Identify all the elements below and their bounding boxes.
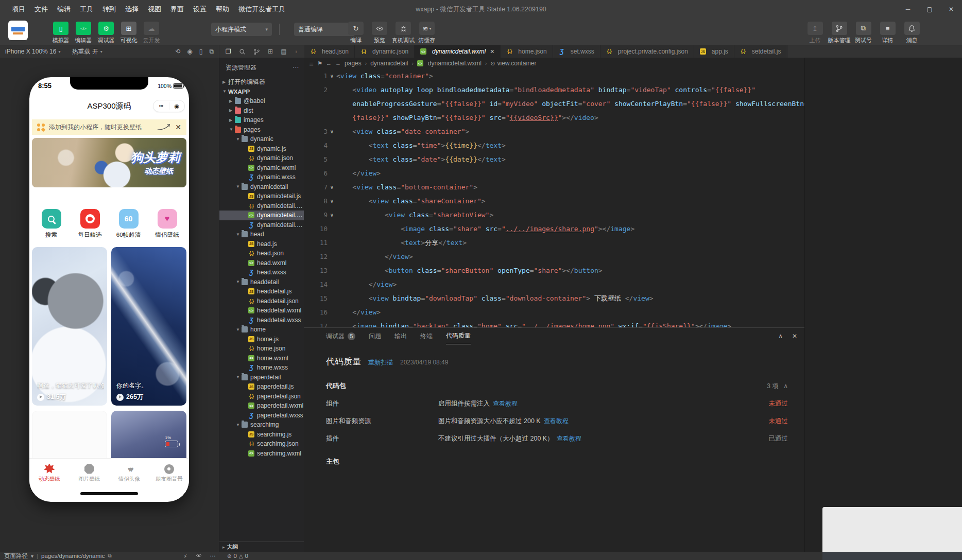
mode-select[interactable]: 小程序模式▾ <box>211 23 272 36</box>
breadcrumb-item[interactable]: <>dynamicdetail.wxml <box>417 60 482 67</box>
hero-banner[interactable]: 狗头萝莉 动态壁纸 <box>32 138 186 187</box>
file-tree-item[interactable]: JShead.js <box>219 239 304 249</box>
debugger-button[interactable]: ⚙调试器 <box>95 22 117 44</box>
extensions-icon[interactable]: ⊞ <box>268 48 273 55</box>
panel-tab[interactable]: 代码质量 <box>446 328 471 344</box>
file-tree-item[interactable]: JSdynamic.js <box>219 144 304 154</box>
file-tree-item[interactable]: <>paperdetail.wxml <box>219 401 304 411</box>
close-button[interactable]: ✕ <box>940 0 962 19</box>
add-to-miniprogram-banner[interactable]: 添加到我的小程序，随时更换壁纸 ✕ <box>32 119 186 135</box>
file-tree-item[interactable]: ▶打开的编辑器 <box>219 77 304 87</box>
menu-item[interactable]: 编辑 <box>53 5 75 14</box>
menu-item[interactable]: 微信开发者工具 <box>234 5 290 14</box>
panel-tab[interactable]: 问题 <box>369 328 381 344</box>
bookmark-icon[interactable]: ⚑ <box>317 60 322 67</box>
test-account-button[interactable]: ⧉测试号 <box>851 22 875 44</box>
file-tree-item[interactable]: {..}paperdetail.json <box>219 392 304 401</box>
breadcrumb-item[interactable]: pages <box>345 60 362 67</box>
file-tree-item[interactable]: {..}dynamic.json <box>219 153 304 163</box>
menu-item[interactable]: 文件 <box>30 5 53 14</box>
file-tree-item[interactable]: Ʒdynamicdetail.wxss <box>219 220 304 230</box>
messages-button[interactable]: 消息 <box>900 22 924 44</box>
explorer-files-icon[interactable]: ❐ <box>226 48 231 55</box>
file-tree-item[interactable]: <>dynamicdetail.wxml <box>219 211 304 220</box>
record-icon[interactable]: ◉ <box>187 48 192 55</box>
close-icon[interactable]: ✕ <box>490 48 494 55</box>
file-tree-item[interactable]: {..}home.json <box>219 344 304 354</box>
panel-tab[interactable]: 调试器5 <box>326 328 355 344</box>
editor-tab[interactable]: {..}dynamic.json <box>355 45 415 58</box>
file-tree-item[interactable]: Ʒdynamic.wxss <box>219 172 304 182</box>
file-tree-item[interactable]: JSheaddetail.js <box>219 287 304 296</box>
fold-icon[interactable]: ∨ <box>328 198 336 204</box>
menu-item[interactable]: 转到 <box>98 5 121 14</box>
editor-tab[interactable]: {..}project.private.config.json <box>600 45 694 58</box>
clear-cache-button[interactable]: ≋▾清缓存 <box>415 22 439 44</box>
more-icon[interactable]: ••• <box>153 103 169 109</box>
file-tree-item[interactable]: <>dynamic.wxml <box>219 163 304 173</box>
simulator-button[interactable]: ▯模拟器 <box>49 22 72 44</box>
menu-item[interactable]: 界面 <box>166 5 188 14</box>
file-tree-item[interactable]: Ʒheaddetail.wxss <box>219 316 304 325</box>
wallpaper-card[interactable]: 1% <box>111 411 186 458</box>
menu-item[interactable]: 设置 <box>188 5 211 14</box>
quick-entry-couple[interactable]: ♥ 情侣壁纸 <box>151 209 183 242</box>
rescan-link[interactable]: 重新扫描 <box>368 358 393 367</box>
quick-entry-search[interactable]: 搜索 <box>36 209 67 242</box>
exit-icon[interactable]: ◉ <box>169 103 185 110</box>
file-tree-item[interactable]: JSsearchimg.js <box>219 430 304 440</box>
more-icon[interactable]: ⋯ <box>293 64 299 71</box>
menu-item[interactable]: 项目 <box>7 5 30 14</box>
file-tree-item[interactable]: JSdynamicdetail.js <box>219 191 304 201</box>
miniapp-capsule[interactable]: ••• ◉ <box>153 100 185 112</box>
editor-tab[interactable]: <>dynamicdetail.wxml✕ <box>415 45 501 58</box>
tab-couple-avatar[interactable]: ♥♥ 情侣头像 <box>109 459 149 493</box>
file-tree-item[interactable]: <>head.wxml <box>219 258 304 268</box>
detach-window-icon[interactable]: ⧉ <box>209 48 214 55</box>
visual-button[interactable]: ⊞可视化 <box>117 22 140 44</box>
file-tree-item[interactable]: ▶@babel <box>219 96 304 106</box>
rotate-icon[interactable]: ⟲ <box>175 48 180 55</box>
file-tree-item[interactable]: ▼searchimg <box>219 420 304 430</box>
fold-icon[interactable]: ∨ <box>328 212 336 218</box>
file-tree-item[interactable]: Ʒpaperdetail.wxss <box>219 411 304 421</box>
device-select[interactable]: iPhone X 100% 16▾ <box>0 48 60 55</box>
file-tree-item[interactable]: Ʒhead.wxss <box>219 268 304 277</box>
forward-arrow-icon[interactable]: → <box>335 60 341 66</box>
file-tree-item[interactable]: ▼dynamic <box>219 134 304 144</box>
outline-section[interactable]: ▸ 大纲 <box>219 541 304 552</box>
file-tree-item[interactable]: Ʒhome.wxss <box>219 363 304 373</box>
editor-tab[interactable]: JSapp.js <box>694 45 734 58</box>
file-tree-item[interactable]: {..}searchimg.json <box>219 439 304 449</box>
fold-icon[interactable]: ∨ <box>328 73 336 79</box>
file-tree-item[interactable]: ▶images <box>219 115 304 125</box>
file-tree-item[interactable]: {..}headdetail.json <box>219 296 304 306</box>
tutorial-link[interactable]: 查看教程 <box>544 417 569 425</box>
tab-dynamic-wallpaper[interactable]: 动态壁纸 <box>29 459 70 493</box>
eye-icon[interactable] <box>196 552 202 559</box>
panel-close-icon[interactable]: ✕ <box>792 332 797 340</box>
copy-icon[interactable]: ⧉ <box>108 553 111 559</box>
wallpaper-card[interactable] <box>32 411 107 458</box>
tab-image-wallpaper[interactable]: 图片壁纸 <box>70 459 110 493</box>
breadcrumb-item[interactable]: dynamicdetail <box>370 60 408 67</box>
theme-icon[interactable]: ◗ <box>295 48 298 55</box>
panel-tab[interactable]: 终端 <box>420 328 433 344</box>
editor-button[interactable]: </>编辑器 <box>72 22 95 44</box>
file-tree-item[interactable]: JShome.js <box>219 335 304 344</box>
remote-debug-button[interactable]: 真机调试 <box>391 22 415 44</box>
file-tree-item[interactable]: JSpaperdetail.js <box>219 382 304 392</box>
menu-item[interactable]: 视图 <box>143 5 166 14</box>
file-tree-item[interactable]: ▶dist <box>219 106 304 116</box>
file-tree-item[interactable]: ▼headdetail <box>219 277 304 287</box>
compile-button[interactable]: ↻编译 <box>344 22 368 44</box>
file-tree-item[interactable]: {..}head.json <box>219 249 304 258</box>
minimize-button[interactable]: ─ <box>897 0 919 19</box>
list-icon[interactable]: ≣ <box>309 60 314 67</box>
fold-icon[interactable]: ∨ <box>328 129 336 134</box>
editor-tab[interactable]: {..}setdetail.js <box>734 45 787 58</box>
tutorial-link[interactable]: 查看教程 <box>557 435 581 442</box>
hot-reload-toggle[interactable]: 热重载 开▾ <box>72 47 102 56</box>
back-arrow-icon[interactable]: ← <box>326 60 332 66</box>
code-editor[interactable]: ≣⚑←→pages›dynamicdetail›<>dynamicdetail.… <box>304 58 804 327</box>
